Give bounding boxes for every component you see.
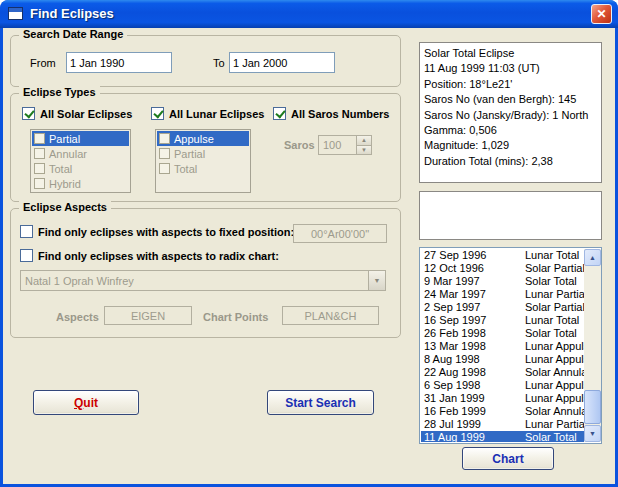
result-type: Solar Partial bbox=[525, 301, 584, 314]
search-date-range-title: Search Date Range bbox=[19, 28, 127, 40]
result-row[interactable]: 26 Feb 1998Solar Total bbox=[421, 327, 584, 340]
checkbox-disabled-icon bbox=[159, 148, 170, 159]
result-date: 16 Feb 1999 bbox=[424, 405, 525, 418]
chart-button[interactable]: Chart bbox=[462, 447, 554, 470]
from-label: From bbox=[30, 57, 56, 69]
checkbox-disabled-icon bbox=[159, 133, 170, 144]
option-label: Annular bbox=[49, 148, 87, 160]
result-row[interactable]: 27 Sep 1996Lunar Total bbox=[421, 249, 584, 262]
result-row[interactable]: 11 Aug 1999Solar Total bbox=[421, 431, 584, 442]
lunar-subtypes-panel: AppulsePartialTotal bbox=[155, 129, 251, 193]
result-date: 22 Aug 1998 bbox=[424, 366, 525, 379]
checkbox-unchecked-icon bbox=[20, 249, 33, 262]
detail-line: Solar Total Eclipse bbox=[420, 46, 601, 61]
all-lunar-checkbox[interactable]: All Lunar Eclipses bbox=[151, 107, 264, 120]
result-type: Lunar Appulse bbox=[525, 353, 584, 366]
all-solar-checkbox[interactable]: All Solar Eclipses bbox=[22, 107, 132, 120]
detail-line: 11 Aug 1999 11:03 (UT) bbox=[420, 61, 601, 76]
scroll-up-icon[interactable]: ▲ bbox=[584, 249, 601, 266]
result-date: 12 Oct 1996 bbox=[424, 262, 525, 275]
detail-line: Saros No (Jansky/Brady): 1 North bbox=[420, 108, 601, 123]
option-row-total: Total bbox=[157, 161, 249, 176]
results-rows: 27 Sep 1996Lunar Total12 Oct 1996Solar P… bbox=[421, 249, 584, 442]
from-date-input[interactable] bbox=[66, 52, 172, 73]
result-row[interactable]: 16 Sep 1997Lunar Total bbox=[421, 314, 584, 327]
result-date: 26 Feb 1998 bbox=[424, 327, 525, 340]
result-type: Lunar Total bbox=[525, 314, 584, 327]
result-date: 28 Jul 1999 bbox=[424, 418, 525, 431]
result-type: Solar Total bbox=[525, 275, 584, 288]
fixed-position-field: 00°Ar00'00" bbox=[293, 224, 387, 243]
checkbox-checked-icon bbox=[22, 107, 35, 120]
detail-line: Duration Total (mins): 2,38 bbox=[420, 154, 601, 169]
checkbox-disabled-icon bbox=[159, 163, 170, 174]
scrollbar-thumb[interactable] bbox=[584, 390, 601, 424]
scroll-down-icon[interactable]: ▼ bbox=[584, 425, 601, 442]
checkbox-disabled-icon bbox=[34, 133, 45, 144]
form-icon bbox=[8, 7, 23, 20]
to-label: To bbox=[213, 57, 225, 69]
result-row[interactable]: 12 Oct 1996Solar Partial bbox=[421, 262, 584, 275]
results-listbox[interactable]: 27 Sep 1996Lunar Total12 Oct 1996Solar P… bbox=[419, 247, 602, 444]
result-type: Lunar Partial bbox=[525, 288, 584, 301]
result-row[interactable]: 13 Mar 1998Lunar Appulse bbox=[421, 340, 584, 353]
start-search-button[interactable]: Start Search bbox=[267, 390, 374, 415]
result-row[interactable]: 24 Mar 1997Lunar Partial bbox=[421, 288, 584, 301]
result-row[interactable]: 28 Jul 1999Lunar Partial bbox=[421, 418, 584, 431]
checkbox-checked-icon bbox=[151, 107, 164, 120]
radix-chart-label: Find only eclipses with aspects to radix… bbox=[38, 250, 279, 262]
result-row[interactable]: 9 Mar 1997Solar Total bbox=[421, 275, 584, 288]
result-date: 8 Aug 1998 bbox=[424, 353, 525, 366]
fixed-position-label: Find only eclipses with aspects to fixed… bbox=[38, 226, 294, 238]
checkbox-unchecked-icon bbox=[20, 225, 33, 238]
option-label: Partial bbox=[49, 133, 80, 145]
all-lunar-label: All Lunar Eclipses bbox=[169, 108, 264, 120]
eclipse-details-panel: Solar Total Eclipse11 Aug 1999 11:03 (UT… bbox=[419, 42, 602, 183]
checkbox-checked-icon bbox=[273, 107, 286, 120]
result-type: Solar Total bbox=[525, 431, 584, 442]
radix-chart-checkbox[interactable]: Find only eclipses with aspects to radix… bbox=[20, 249, 279, 262]
option-label: Partial bbox=[174, 148, 205, 160]
option-row-partial: Partial bbox=[32, 131, 129, 146]
titlebar[interactable]: Find Eclipses ✕ bbox=[0, 0, 618, 28]
eclipse-aspects-title: Eclipse Aspects bbox=[19, 201, 111, 213]
checkbox-disabled-icon bbox=[34, 148, 45, 159]
all-saros-checkbox[interactable]: All Saros Numbers bbox=[273, 107, 389, 120]
result-date: 11 Aug 1999 bbox=[424, 431, 525, 442]
result-type: Solar Annular bbox=[525, 366, 584, 379]
result-type: Lunar Appulse bbox=[525, 392, 584, 405]
result-row[interactable]: 31 Jan 1999Lunar Appulse bbox=[421, 392, 584, 405]
option-row-appulse: Appulse bbox=[157, 131, 249, 146]
saros-spinner: 100 ▲ ▼ bbox=[318, 135, 372, 155]
find-eclipses-window: Find Eclipses ✕ Search Date Range From T… bbox=[0, 0, 618, 487]
chart-points-field: PLAN&CH bbox=[282, 306, 379, 325]
result-type: Lunar Appulse bbox=[525, 379, 584, 392]
result-date: 2 Sep 1997 bbox=[424, 301, 525, 314]
quit-button[interactable]: Quit bbox=[33, 390, 139, 415]
saros-label: Saros bbox=[284, 139, 315, 151]
result-row[interactable]: 2 Sep 1997Solar Partial bbox=[421, 301, 584, 314]
checkbox-disabled-icon bbox=[34, 178, 45, 189]
result-row[interactable]: 22 Aug 1998Solar Annular bbox=[421, 366, 584, 379]
spinner-up-icon: ▲ bbox=[357, 136, 371, 145]
results-scrollbar[interactable]: ▲ ▼ bbox=[584, 249, 601, 442]
fixed-position-checkbox[interactable]: Find only eclipses with aspects to fixed… bbox=[20, 225, 294, 238]
radix-chart-dropdown: Natal 1 Oprah Winfrey ▼ bbox=[20, 270, 386, 291]
all-saros-label: All Saros Numbers bbox=[291, 108, 389, 120]
result-row[interactable]: 16 Feb 1999Solar Annular bbox=[421, 405, 584, 418]
to-date-input[interactable] bbox=[229, 52, 335, 73]
close-button[interactable]: ✕ bbox=[591, 4, 612, 24]
result-type: Solar Partial bbox=[525, 262, 584, 275]
radix-chart-value: Natal 1 Oprah Winfrey bbox=[21, 271, 368, 290]
option-row-hybrid: Hybrid bbox=[32, 176, 129, 191]
result-type: Solar Total bbox=[525, 327, 584, 340]
info-panel bbox=[419, 191, 602, 240]
result-type: Lunar Total bbox=[525, 249, 584, 262]
all-solar-label: All Solar Eclipses bbox=[40, 108, 132, 120]
eclipse-types-title: Eclipse Types bbox=[19, 86, 100, 98]
solar-subtypes-panel: PartialAnnularTotalHybrid bbox=[30, 129, 131, 193]
result-row[interactable]: 6 Sep 1998Lunar Appulse bbox=[421, 379, 584, 392]
result-row[interactable]: 8 Aug 1998Lunar Appulse bbox=[421, 353, 584, 366]
saros-value: 100 bbox=[319, 136, 356, 154]
option-label: Total bbox=[49, 163, 72, 175]
